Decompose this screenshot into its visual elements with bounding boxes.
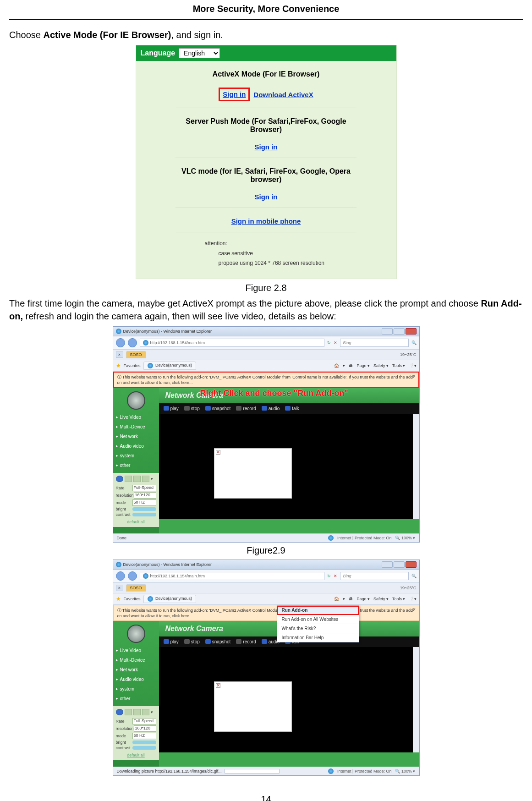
- run-addon-all-menu-item[interactable]: Run Add-on on All Websites: [277, 615, 359, 624]
- tools-menu[interactable]: Tools ▾: [392, 597, 406, 601]
- page-menu[interactable]: Page ▾: [356, 363, 370, 368]
- url-field[interactable]: http://192.168.1.154/main.htm: [140, 339, 324, 347]
- info-bar-close-icon[interactable]: ✕: [412, 374, 416, 379]
- home-icon[interactable]: 🏠: [334, 363, 339, 368]
- zoom-control[interactable]: 🔍 100% ▾: [395, 769, 415, 774]
- talk-button[interactable]: talk: [285, 406, 299, 411]
- resolution-select[interactable]: 160*120: [134, 492, 156, 499]
- minimize-button[interactable]: [382, 561, 393, 568]
- stop-button[interactable]: stop: [184, 639, 200, 644]
- safety-menu[interactable]: Safety ▾: [373, 363, 389, 368]
- close-button[interactable]: [406, 561, 417, 568]
- refresh-icon[interactable]: ↻: [327, 574, 331, 578]
- search-field[interactable]: Bing: [340, 572, 409, 580]
- forward-button[interactable]: [128, 571, 137, 581]
- stop-button[interactable]: stop: [184, 406, 200, 411]
- print-icon[interactable]: 🖶: [349, 597, 353, 601]
- sidebar-item-multi-device[interactable]: Multi-Device: [113, 422, 159, 432]
- favorites-star-icon[interactable]: ★: [116, 596, 121, 602]
- sidebar-item-live-video[interactable]: Live Video: [113, 646, 159, 655]
- maximize-button[interactable]: [394, 561, 405, 568]
- back-button[interactable]: [116, 571, 125, 581]
- zoom-control[interactable]: 🔍 100% ▾: [395, 536, 415, 540]
- audio-button[interactable]: audio: [262, 406, 280, 411]
- record-button[interactable]: record: [236, 406, 256, 411]
- chevron-down-icon[interactable]: ▾: [151, 477, 153, 481]
- ptz-icon[interactable]: [125, 476, 132, 482]
- page-menu[interactable]: Page ▾: [356, 597, 370, 601]
- refresh-icon[interactable]: ↻: [327, 340, 331, 345]
- sidebar-item-system[interactable]: system: [113, 451, 159, 461]
- search-icon[interactable]: 🔍: [411, 340, 417, 345]
- layout-icon[interactable]: [133, 476, 141, 482]
- snapshot-button[interactable]: snapshot: [205, 639, 231, 644]
- mode-select[interactable]: 50 HZ: [132, 499, 156, 506]
- back-button[interactable]: [116, 338, 125, 347]
- layout-icon[interactable]: [142, 709, 149, 715]
- close-tab-icon[interactable]: ×: [116, 351, 123, 358]
- server-push-sign-in-link[interactable]: Sign in: [255, 143, 278, 151]
- contrast-slider[interactable]: [132, 513, 156, 516]
- play-button[interactable]: play: [164, 639, 179, 644]
- feeds-icon[interactable]: ▾: [343, 597, 345, 601]
- activex-sign-in-link[interactable]: Sign in: [223, 90, 246, 98]
- resolution-select[interactable]: 160*120: [134, 725, 156, 732]
- forward-button[interactable]: [128, 338, 137, 347]
- page-tab[interactable]: Device(anonymous): [143, 362, 197, 370]
- vlc-sign-in-link[interactable]: Sign in: [255, 193, 278, 201]
- search-field[interactable]: Bing: [340, 339, 409, 347]
- mode-select[interactable]: 50 HZ: [132, 733, 156, 739]
- close-button[interactable]: [406, 328, 417, 335]
- minimize-button[interactable]: [382, 328, 393, 335]
- safety-menu[interactable]: Safety ▾: [373, 597, 389, 601]
- stop-icon[interactable]: ✕: [334, 340, 337, 345]
- sidebar-item-system[interactable]: system: [113, 684, 159, 694]
- sidebar-item-live-video[interactable]: Live Video: [113, 412, 159, 422]
- record-button[interactable]: record: [236, 639, 256, 644]
- maximize-button[interactable]: [394, 328, 405, 335]
- feeds-icon[interactable]: ▾: [343, 363, 345, 368]
- whats-the-risk-menu-item[interactable]: What's the Risk?: [277, 624, 359, 633]
- default-all-link[interactable]: default all: [116, 520, 156, 524]
- sidebar-item-other[interactable]: other: [113, 461, 159, 470]
- layout-icon[interactable]: [142, 476, 149, 482]
- play-button[interactable]: play: [164, 406, 179, 411]
- contrast-slider[interactable]: [132, 746, 156, 750]
- rate-select[interactable]: Full-Speed: [132, 485, 156, 491]
- sidebar-item-audio-video[interactable]: Audio video: [113, 675, 159, 684]
- bright-slider[interactable]: [132, 741, 156, 744]
- layout-icon[interactable]: [133, 709, 141, 715]
- chevron-down-icon[interactable]: ▾: [151, 710, 153, 714]
- activex-info-bar[interactable]: ⓘ This website wants to run the followin…: [113, 372, 419, 388]
- tools-menu[interactable]: Tools ▾: [392, 363, 406, 368]
- download-activex-link[interactable]: Download ActiveX: [253, 91, 313, 99]
- sidebar-item-network[interactable]: Net work: [113, 432, 159, 441]
- home-icon[interactable]: 🏠: [334, 597, 339, 601]
- ptz-icon[interactable]: [125, 709, 132, 715]
- favorites-star-icon[interactable]: ★: [116, 362, 121, 369]
- url-field[interactable]: http://192.168.1.154/main.htm: [140, 572, 324, 580]
- help-icon[interactable]: ❔▾: [409, 597, 417, 601]
- print-icon[interactable]: 🖶: [349, 363, 353, 368]
- language-select[interactable]: English: [179, 48, 220, 58]
- rate-select[interactable]: Full-Speed: [132, 718, 156, 724]
- mobile-sign-in-link[interactable]: Sign in mobile phone: [231, 217, 301, 225]
- soso-tab[interactable]: SOSO: [126, 584, 146, 592]
- info-bar-help-menu-item[interactable]: Information Bar Help: [277, 633, 359, 642]
- close-tab-icon[interactable]: ×: [116, 585, 123, 591]
- page-tab[interactable]: Device(anonymous): [143, 595, 197, 603]
- ptz-center-icon[interactable]: [116, 709, 123, 715]
- stop-icon[interactable]: ✕: [334, 574, 337, 578]
- default-all-link[interactable]: default all: [116, 753, 156, 757]
- activex-info-bar[interactable]: ⓘ This website wants to run the followin…: [113, 605, 419, 621]
- help-icon[interactable]: ❔▾: [409, 363, 417, 368]
- snapshot-button[interactable]: snapshot: [205, 406, 231, 411]
- sidebar-item-multi-device[interactable]: Multi-Device: [113, 655, 159, 665]
- soso-tab[interactable]: SOSO: [126, 351, 146, 358]
- run-addon-menu-item[interactable]: Run Add-on: [277, 606, 359, 615]
- sidebar-item-audio-video[interactable]: Audio video: [113, 441, 159, 451]
- sidebar-item-other[interactable]: other: [113, 694, 159, 703]
- info-bar-close-icon[interactable]: ✕: [412, 607, 416, 612]
- search-icon[interactable]: 🔍: [411, 574, 417, 578]
- sidebar-item-network[interactable]: Net work: [113, 665, 159, 675]
